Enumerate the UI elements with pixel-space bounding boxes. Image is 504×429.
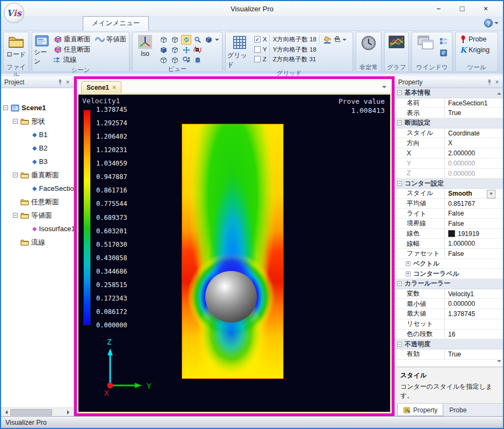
tree-item[interactable]: B1 — [1, 128, 74, 141]
window-list-button[interactable] — [438, 36, 449, 46]
tree-expander-icon[interactable] — [13, 119, 18, 124]
tree-expander-icon[interactable] — [3, 105, 8, 110]
shade-button[interactable] — [192, 55, 203, 65]
property-row[interactable]: 方向 X — [395, 138, 503, 148]
expander-icon[interactable] — [397, 181, 402, 186]
rotate-mode-button[interactable] — [181, 35, 191, 45]
iso-view-button[interactable]: Iso — [134, 34, 156, 58]
property-row[interactable]: X 2.000000 — [395, 148, 503, 159]
view-right-button[interactable] — [170, 45, 180, 55]
tab-close-icon[interactable] — [112, 84, 116, 91]
chevron-down-icon[interactable] — [215, 39, 219, 43]
view-bottom-button[interactable] — [170, 55, 180, 65]
property-row[interactable]: 表示 True — [395, 108, 503, 118]
streamline-button[interactable]: 流線 — [52, 55, 92, 65]
maximize-button[interactable]: □ — [450, 4, 474, 13]
property-row[interactable]: カラールーラー — [395, 279, 503, 289]
property-row[interactable]: 最小値 0.000000 — [395, 299, 503, 309]
tree-expander-icon[interactable] — [13, 213, 18, 218]
checkbox-icon[interactable] — [254, 56, 261, 62]
scroll-down-icon[interactable] — [497, 360, 501, 364]
tree-item[interactable]: 形状 — [1, 115, 74, 128]
scroll-up-icon[interactable] — [497, 90, 501, 95]
property-value[interactable]: 0.000000 — [444, 159, 496, 168]
expander-icon[interactable] — [406, 271, 411, 276]
expander-icon[interactable] — [406, 261, 411, 266]
app-logo-icon[interactable]: Vis — [4, 3, 24, 23]
chevron-down-icon[interactable] — [342, 39, 347, 43]
chevron-down-icon[interactable] — [494, 22, 499, 26]
transient-button[interactable] — [358, 34, 379, 51]
view-top-button[interactable] — [159, 55, 169, 65]
tree-item[interactable]: B3 — [1, 155, 74, 168]
tree-expander-icon[interactable] — [13, 173, 18, 177]
help-icon[interactable]: ? — [484, 19, 493, 27]
property-row[interactable]: コンターラベル — [395, 269, 503, 279]
view-back-button[interactable] — [170, 35, 180, 45]
property-value[interactable] — [444, 319, 496, 329]
tree-item[interactable]: 等値面 — [1, 209, 74, 222]
zoom-inout-button[interactable] — [181, 55, 191, 65]
log-window-button[interactable] — [438, 48, 449, 58]
arbitrary-section-button[interactable]: 任意断面 — [52, 45, 92, 55]
vertical-section-button[interactable]: 垂直断面 — [52, 34, 92, 45]
property-value[interactable]: X — [444, 138, 496, 148]
render-viewport[interactable]: Velocity1 1.3787451.2925741.2064021.1202… — [77, 93, 392, 413]
close-icon[interactable] — [493, 78, 501, 86]
solid-view-button[interactable] — [204, 35, 214, 45]
tree-item[interactable]: 垂直断面 — [1, 168, 74, 182]
scrollbar-thumb[interactable] — [10, 409, 52, 416]
horizontal-scrollbar[interactable] — [1, 407, 74, 416]
property-row[interactable]: 線色 191919 — [395, 229, 503, 239]
pan-button[interactable] — [181, 45, 191, 55]
property-row[interactable]: 平均値 0.851767 — [395, 199, 503, 209]
property-row[interactable]: ベクトル — [395, 259, 503, 269]
property-row[interactable]: スタイル Coordinate — [395, 128, 503, 139]
graph-button[interactable] — [386, 34, 407, 49]
grid-axis-checkbox[interactable]: Y — [254, 45, 267, 55]
property-value[interactable]: 16 — [444, 330, 496, 339]
property-row[interactable]: 色の段数 16 — [395, 330, 503, 340]
pin-icon[interactable] — [56, 78, 64, 86]
tab-list-chevron-icon[interactable] — [382, 86, 386, 90]
grid-count-field[interactable]: Y方向格子数 18 — [273, 45, 316, 55]
property-row[interactable]: 有効 True — [395, 349, 503, 360]
minimize-button[interactable]: − — [427, 4, 450, 13]
checkbox-icon[interactable] — [254, 46, 261, 53]
grid-axis-checkbox[interactable]: X — [254, 34, 267, 45]
property-row[interactable]: 変数 Velocity1 — [395, 289, 503, 299]
property-value[interactable]: 0.000000 — [444, 299, 496, 309]
property-value[interactable]: 191919 — [444, 229, 496, 239]
tree-item[interactable]: Isosurface1 — [1, 222, 74, 235]
scene-button[interactable]: シーン — [34, 34, 50, 66]
property-row[interactable]: リセット — [395, 319, 503, 330]
probe-button[interactable]: Probe — [460, 34, 486, 45]
property-value[interactable]: 2.000000 — [444, 148, 496, 158]
tab-scene1[interactable]: Scene1 — [81, 81, 121, 93]
property-row[interactable]: Y 0.000000 — [395, 159, 503, 169]
property-row[interactable]: ファセット False — [395, 249, 503, 259]
property-value[interactable]: False — [444, 209, 496, 218]
property-value[interactable]: 0.851767 — [444, 199, 496, 209]
zoom-select-button[interactable] — [192, 35, 203, 45]
scroll-right-icon[interactable] — [65, 408, 74, 417]
scroll-left-icon[interactable] — [1, 408, 10, 417]
tree-item[interactable]: B2 — [1, 141, 74, 155]
rotate-view-button[interactable] — [192, 45, 203, 55]
property-row[interactable]: 線幅 1.000000 — [395, 239, 503, 249]
property-value[interactable]: True — [444, 108, 496, 118]
property-row[interactable]: 不透明度 — [395, 339, 503, 349]
close-button[interactable]: × — [474, 4, 498, 13]
load-button[interactable]: ロード — [5, 34, 27, 59]
expander-icon[interactable] — [397, 90, 402, 95]
checkbox-icon[interactable] — [254, 36, 261, 42]
window-layout-button[interactable] — [416, 34, 436, 50]
grid-color-button[interactable]: 色 — [319, 35, 347, 44]
view-left-button[interactable] — [159, 45, 169, 55]
property-value[interactable]: 0.000000 — [444, 169, 496, 178]
tree-item[interactable]: 任意断面 — [1, 195, 74, 209]
tree-item[interactable]: Scene1 — [1, 101, 74, 115]
property-row[interactable]: 名前 FaceSection1 — [395, 98, 503, 109]
property-row[interactable]: 最大値 1.378745 — [395, 309, 503, 319]
expander-icon[interactable] — [397, 342, 402, 347]
